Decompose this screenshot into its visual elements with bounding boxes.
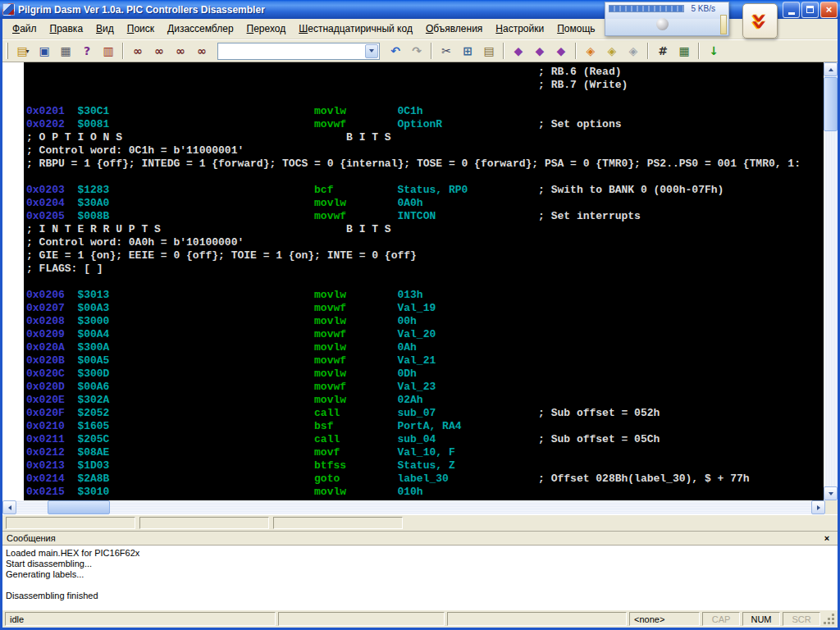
minimize-button[interactable]	[783, 2, 800, 18]
declarations-button[interactable]: ▦	[674, 42, 694, 61]
menu-item-4[interactable]: Поиск	[121, 20, 161, 38]
scroll-right-button[interactable]	[811, 500, 825, 514]
maximize-icon	[806, 6, 814, 13]
toolbar-separator	[647, 43, 649, 59]
run-button[interactable]: ↓	[704, 42, 724, 61]
scissors-icon: ✂	[441, 45, 451, 57]
code-line: 0x0211$205Ccallsub_04; Sub offset = 05Ch	[26, 433, 824, 446]
horizontal-scrollbar[interactable]	[2, 500, 838, 514]
print-button[interactable]: ▦	[56, 42, 75, 61]
copy-button[interactable]: ⊞	[458, 42, 477, 61]
maximize-button[interactable]	[801, 2, 819, 18]
toolbar-separator	[122, 43, 124, 59]
double-down-arrow-icon: »	[746, 12, 774, 30]
book-icon: ▥	[103, 45, 113, 57]
paste-button[interactable]: ▤	[479, 42, 499, 61]
menu-item-2[interactable]: Правка	[43, 20, 90, 38]
save-button[interactable]: ▣	[34, 42, 54, 61]
code-line: 0x0203$1283bcfStatus, RP0; Swith to BANK…	[26, 184, 824, 197]
code-line: ; Control word: 0C1h = b'11000001'	[26, 144, 824, 158]
code-line: 0x020C$300Dmovlw0Dh	[26, 368, 824, 381]
undo-button[interactable]: ↶	[386, 42, 405, 61]
toolbar-separator	[503, 43, 504, 59]
window-controls: ×	[783, 2, 838, 18]
status-bar: idle <none> CAPNUMSCR	[2, 609, 838, 628]
purple-diamond-icon: ◆	[514, 45, 523, 57]
search-combobox[interactable]	[217, 43, 380, 60]
find-next-button[interactable]: ∞	[149, 42, 169, 61]
binoculars-all-icon: ∞	[197, 45, 207, 57]
menu-item-5[interactable]: Дизассемблер	[161, 20, 240, 38]
toolbar-grip[interactable]	[6, 43, 8, 59]
code-line: ; I N T E R R U P T SB I T S	[26, 223, 824, 236]
move-button[interactable]: ◈	[581, 42, 600, 61]
status-indicators: CAPNUMSCR	[702, 612, 820, 626]
menu-item-9[interactable]: Настройки	[489, 20, 550, 38]
messages-close-button[interactable]: ×	[820, 532, 833, 544]
code-line: 0x0205$008BmovwfINTCON; Set interrupts	[26, 210, 824, 223]
close-button[interactable]: ×	[820, 2, 838, 18]
speed-label: 5 KB/s	[692, 4, 715, 13]
window-body: ФайлПравкаВидПоискДизассемблерПереходШес…	[0, 19, 840, 630]
message-line: Start disassembling...	[6, 559, 834, 569]
jump-label-button[interactable]: ◈	[623, 42, 643, 61]
combobox-value[interactable]	[218, 45, 365, 57]
cut-button[interactable]: ✂	[436, 42, 456, 61]
messages-header: Сообщения ×	[2, 531, 838, 546]
vertical-scrollbar[interactable]	[824, 62, 838, 500]
menu-item-1[interactable]: Файл	[6, 20, 43, 38]
code-line: 0x0213$1D03btfssStatus, Z	[26, 459, 824, 472]
download-manager-icon[interactable]: »	[742, 3, 778, 39]
resize-grip[interactable]	[823, 612, 836, 626]
code-line: 0x020D$00A6movwfVal_23	[26, 381, 824, 394]
find-button[interactable]: ∞	[128, 42, 148, 61]
code-line: ; GIE = 1 {on}; EEIE = 0 {off}; TOIE = 1…	[26, 249, 824, 262]
floppy-icon: ▣	[39, 45, 49, 57]
code-line: 0x0201$30C1movlw0C1h	[26, 105, 824, 118]
find-prev-button[interactable]: ∞	[171, 42, 190, 61]
combobox-dropdown-button[interactable]	[365, 44, 378, 58]
scroll-up-button[interactable]	[824, 62, 838, 76]
open-file-button[interactable]: ▤▾	[13, 42, 33, 61]
purple-diamond-icon: ◆	[536, 45, 545, 57]
code-line: ; RBPU = 1 {off}; INTEDG = 1 {forward}; …	[26, 158, 824, 171]
book-button[interactable]: ▥	[98, 42, 118, 61]
speed-graph	[609, 5, 684, 12]
code-line: 0x0202$0081movwfOptionR; Set options	[26, 118, 824, 131]
find-all-button[interactable]: ∞	[192, 42, 212, 61]
help-button[interactable]: ?	[77, 42, 97, 61]
code-line: 0x0207$00A3movwfVal_19	[26, 302, 824, 315]
vertical-scroll-track[interactable]	[824, 76, 838, 486]
code-area: ; RB.6 (Read); RB.7 (Write)0x0201$30C1mo…	[2, 62, 838, 500]
horizontal-scroll-thumb[interactable]	[48, 500, 110, 514]
code-line	[26, 92, 824, 105]
menu-item-3[interactable]: Вид	[89, 20, 121, 38]
nav-back-button[interactable]: ◆	[509, 42, 528, 61]
arrow-down-icon	[829, 492, 833, 495]
vertical-scroll-thumb[interactable]	[824, 77, 838, 131]
nav-goto-button[interactable]: ◆	[551, 42, 571, 61]
toolbar-separator	[698, 43, 700, 59]
code-line: 0x020B$00A5movwfVal_21	[26, 354, 824, 368]
jump-offset-button[interactable]: ◈	[602, 42, 622, 61]
status-panel	[139, 517, 269, 529]
menu-item-10[interactable]: Помощь	[550, 20, 601, 38]
scrollbar-corner	[825, 500, 838, 514]
message-line: Loaded main.HEX for PIC16F62x	[6, 548, 834, 559]
scroll-left-button[interactable]	[2, 500, 16, 514]
code-line	[26, 276, 824, 289]
menu-item-8[interactable]: Объявления	[419, 20, 489, 38]
nav-forward-button[interactable]: ◆	[530, 42, 550, 61]
menu-item-7[interactable]: Шестнадцатиричный код	[292, 20, 419, 38]
code-line: 0x020E$302Amovlw02Ah	[26, 394, 824, 407]
disassembly-listing[interactable]: ; RB.6 (Read); RB.7 (Write)0x0201$30C1mo…	[24, 62, 824, 500]
horizontal-scroll-track[interactable]	[16, 500, 811, 514]
redo-button[interactable]: ↷	[407, 42, 427, 61]
menu-item-6[interactable]: Переход	[240, 20, 293, 38]
scroll-down-button[interactable]	[824, 486, 838, 500]
dropdown-arrow-icon: ▾	[26, 48, 30, 55]
hex-code-button[interactable]: #	[653, 42, 673, 61]
chip-icon: ▦	[678, 45, 689, 57]
gray-diamond-icon: ◈	[629, 45, 638, 57]
code-line: 0x0210$1605bsfPortA, RA4	[26, 420, 824, 433]
